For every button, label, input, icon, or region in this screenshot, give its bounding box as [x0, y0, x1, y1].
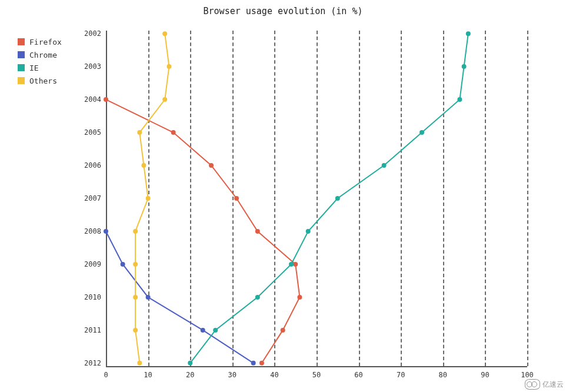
series-point — [121, 262, 125, 267]
series-point — [137, 130, 142, 135]
y-tick-label: 2007 — [78, 194, 101, 202]
x-tick-label: 30 — [228, 371, 237, 379]
series-point — [213, 328, 218, 333]
gridline — [401, 31, 402, 366]
y-tick-label: 2003 — [78, 62, 101, 71]
x-tick-label: 10 — [144, 371, 152, 379]
series-point — [255, 295, 260, 300]
gridline — [148, 31, 149, 366]
x-tick-label: 100 — [521, 371, 534, 379]
series-point — [259, 361, 264, 366]
series-point — [289, 262, 294, 267]
legend-item-others: Others — [18, 74, 62, 87]
x-tick-label: 40 — [270, 371, 278, 379]
chart-container: Browser usage evolution (in %) 010203040… — [0, 0, 566, 392]
legend-item-ie: IE — [18, 61, 62, 74]
y-tick-label: 2012 — [78, 359, 101, 367]
legend-swatch-others — [18, 77, 25, 84]
series-point — [137, 361, 142, 366]
legend-swatch-ie — [18, 64, 25, 71]
series-point — [281, 328, 285, 333]
gridline — [359, 31, 360, 366]
legend: Firefox Chrome IE Others — [18, 35, 62, 87]
series-point — [466, 31, 471, 36]
x-tick-label: 80 — [439, 371, 447, 379]
y-tick-label: 2008 — [78, 227, 101, 235]
watermark-text: 亿速云 — [542, 380, 564, 390]
x-tick-label: 50 — [312, 371, 321, 379]
y-tick-label: 2009 — [78, 260, 101, 268]
y-tick-label: 2011 — [78, 326, 101, 334]
series-line — [106, 99, 299, 363]
x-tick-label: 70 — [397, 371, 405, 379]
series-point — [335, 196, 340, 201]
legend-swatch-firefox — [18, 38, 25, 45]
series-point — [209, 163, 214, 168]
y-tick-label: 2010 — [78, 293, 101, 301]
legend-item-firefox: Firefox — [18, 35, 62, 48]
series-point — [133, 328, 138, 333]
series-point — [457, 97, 462, 102]
gridline — [274, 31, 275, 366]
series-point — [162, 97, 167, 102]
series-point — [462, 64, 467, 69]
x-axis — [106, 366, 527, 367]
y-tick-label: 2004 — [78, 95, 101, 104]
x-tick-label: 20 — [186, 371, 194, 379]
series-point — [234, 196, 239, 201]
series-point — [133, 262, 138, 267]
gridline — [443, 31, 444, 366]
series-line — [106, 231, 254, 363]
series-point — [293, 262, 298, 267]
legend-label: Chrome — [29, 51, 57, 59]
series-point — [382, 163, 387, 168]
series-point — [419, 130, 424, 135]
gridline — [317, 31, 318, 366]
legend-label: IE — [29, 64, 39, 72]
series-point — [171, 130, 176, 135]
series-point — [133, 229, 138, 234]
gridline — [190, 31, 191, 366]
gridline — [485, 31, 486, 366]
y-tick-label: 2006 — [78, 161, 101, 170]
legend-label: Others — [29, 77, 57, 85]
y-axis — [106, 31, 107, 366]
series-point — [306, 229, 311, 234]
gridline — [527, 31, 528, 366]
series-point — [251, 361, 256, 366]
watermark: 亿速云 — [525, 379, 564, 390]
series-point — [255, 229, 260, 234]
gridline — [232, 31, 234, 366]
x-tick-label: 60 — [354, 371, 362, 379]
y-tick-label: 2005 — [78, 128, 101, 137]
x-tick-label: 0 — [104, 371, 108, 379]
y-tick-label: 2002 — [78, 29, 101, 38]
legend-label: Firefox — [29, 38, 62, 46]
x-tick-label: 90 — [481, 371, 489, 379]
series-point — [167, 64, 171, 69]
series-line — [135, 34, 169, 363]
series-point — [141, 163, 146, 168]
legend-item-chrome: Chrome — [18, 48, 62, 61]
series-point — [162, 31, 167, 36]
legend-swatch-chrome — [18, 51, 25, 58]
series-point — [201, 328, 205, 333]
series-point — [133, 295, 138, 300]
chart-title: Browser usage evolution (in %) — [0, 6, 566, 16]
watermark-icon — [525, 379, 540, 390]
series-point — [297, 295, 302, 300]
